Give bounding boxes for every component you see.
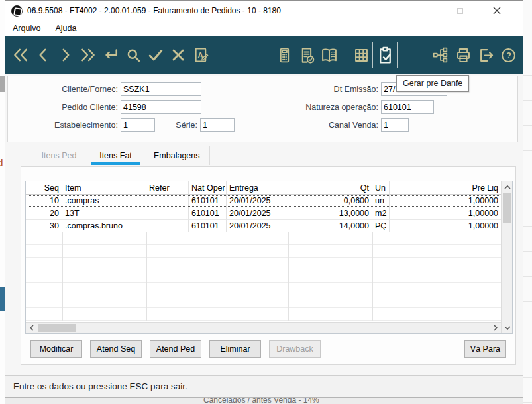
cell-item: .compras.bruno — [62, 220, 146, 232]
cliente-fornec-label: Cliente/Fornec: — [13, 85, 118, 94]
spreadsheet-icon — [352, 46, 370, 64]
cliente-fornec-field[interactable]: SSZK1 — [121, 82, 201, 96]
cell-seq: 20 — [26, 207, 62, 220]
natureza-operacao-field[interactable]: 610101 — [381, 100, 434, 114]
cell-entrega: 20/01/2025 — [227, 207, 288, 220]
tab-embalagens[interactable]: Embalagens — [144, 146, 210, 165]
toolbar-catalog-book-button[interactable] — [318, 43, 341, 67]
maximize-icon — [457, 8, 463, 14]
scroll-up-icon[interactable] — [502, 181, 513, 193]
table-row[interactable]: 20 13T 610101 20/01/2025 13,0000 m2 1,00… — [26, 207, 501, 220]
col-header-nat-oper[interactable]: Nat Oper — [189, 181, 227, 195]
tab-itens-ped[interactable]: Itens Ped — [30, 146, 87, 165]
toolbar-help-button[interactable]: ? — [497, 43, 519, 67]
natureza-operacao-label: Natureza operação: — [227, 103, 378, 112]
atend-ped-button[interactable]: Atend Ped — [150, 340, 201, 358]
help-icon: ? — [500, 46, 517, 64]
col-header-un[interactable]: Un — [372, 181, 390, 195]
cell-qt: 0,0600 — [288, 195, 372, 207]
horizontal-scrollbar[interactable] — [26, 322, 501, 333]
col-header-seq[interactable]: Seq — [26, 181, 62, 195]
atend-seq-button[interactable]: Atend Seq — [90, 340, 142, 358]
col-header-pre-liq[interactable]: Pre Liq — [390, 181, 501, 195]
col-header-entrega[interactable]: Entrega — [227, 181, 288, 195]
printer-icon — [454, 46, 472, 64]
cell-pre-liq: 1,00000 — [390, 195, 501, 207]
scroll-right-icon[interactable] — [490, 323, 501, 334]
toolbar-spreadsheet-button[interactable] — [350, 43, 372, 67]
cell-refer — [146, 195, 189, 207]
action-button-row: Modificar Atend Seq Atend Ped Eliminar D… — [30, 340, 506, 358]
previous-icon — [34, 46, 52, 64]
toolbar-calculator-button[interactable] — [273, 43, 295, 67]
background-clipped-text: Cancelados / antes Venda - 14% — [203, 397, 319, 404]
confirm-icon — [146, 46, 165, 64]
tab-itens-fat[interactable]: Itens Fat — [87, 146, 144, 165]
table-row[interactable]: 10 .compras 610101 20/01/2025 0,0600 un … — [26, 195, 501, 207]
drawback-button: Drawback — [269, 340, 321, 358]
toolbar: A — [5, 36, 523, 74]
toolbar-previous-button[interactable] — [32, 43, 54, 67]
col-header-qt[interactable]: Qt — [288, 181, 372, 195]
cell-nat-oper: 610101 — [189, 220, 227, 232]
cell-qt: 14,0000 — [288, 220, 372, 232]
menu-arquivo[interactable]: Arquivo — [5, 21, 48, 36]
minimize-button[interactable] — [409, 1, 428, 21]
first-icon — [11, 46, 30, 64]
tabbar: Itens Ped Itens Fat Embalagens — [5, 142, 523, 165]
toolbar-print-button[interactable] — [452, 43, 474, 67]
cell-refer — [146, 207, 189, 220]
serie-label: Série: — [155, 121, 197, 130]
svg-text:A: A — [197, 50, 203, 58]
cell-un: un — [372, 195, 390, 207]
cell-nat-oper: 610101 — [189, 207, 227, 220]
table-row[interactable]: 30 .compras.bruno 610101 20/01/2025 14,0… — [26, 220, 501, 232]
next-icon — [57, 46, 74, 64]
cell-seq: 30 — [26, 220, 62, 232]
toolbar-exit-button[interactable] — [474, 43, 497, 67]
cell-item: 13T — [62, 207, 146, 220]
vertical-scrollbar[interactable] — [501, 181, 512, 333]
background-window-left-sliver: d — [0, 0, 5, 404]
toolbar-enter-button[interactable] — [99, 43, 122, 67]
cell-entrega: 20/01/2025 — [227, 195, 288, 207]
toolbar-pre-danfe-button[interactable] — [372, 42, 398, 68]
maximize-button[interactable] — [451, 1, 469, 21]
close-button[interactable] — [488, 1, 506, 21]
items-grid: Seq Item Refer Nat Oper Entrega Qt Un Pr… — [25, 181, 513, 334]
toolbar-cancel-button[interactable] — [167, 43, 189, 67]
app-logo-icon — [11, 5, 23, 17]
close-icon — [493, 7, 501, 15]
background-clipped-char: d — [0, 158, 3, 168]
canal-venda-field[interactable]: 1 — [381, 118, 409, 132]
cell-qt: 13,0000 — [288, 207, 372, 220]
modificar-button[interactable]: Modificar — [30, 340, 82, 358]
pre-danfe-tooltip: Gerar pre Danfe — [396, 75, 469, 92]
toolbar-structure-tree-button[interactable] — [429, 43, 452, 67]
scroll-down-icon[interactable] — [502, 322, 513, 333]
toolbar-next-button[interactable] — [54, 43, 77, 67]
toolbar-confirm-button[interactable] — [144, 43, 167, 67]
scroll-left-icon[interactable] — [26, 323, 37, 334]
cell-entrega: 20/01/2025 — [227, 220, 288, 232]
eliminar-button[interactable]: Eliminar — [209, 340, 261, 358]
toolbar-invoice-check-button[interactable] — [295, 43, 318, 67]
toolbar-edit-document-button[interactable]: A — [189, 43, 212, 67]
estabelecimento-field[interactable]: 1 — [121, 118, 155, 132]
toolbar-first-button[interactable] — [9, 43, 32, 67]
cell-nat-oper: 610101 — [189, 195, 227, 207]
va-para-button[interactable]: Vá Para — [464, 340, 506, 358]
menu-ajuda[interactable]: Ajuda — [48, 21, 83, 36]
toolbar-last-button[interactable] — [77, 43, 99, 67]
vertical-scroll-thumb[interactable] — [503, 193, 511, 223]
col-header-item[interactable]: Item — [62, 181, 146, 195]
cell-seq: 10 — [26, 195, 62, 207]
background-gray-segment — [0, 76, 5, 92]
pedido-cliente-field[interactable]: 41598 — [121, 100, 201, 114]
toolbar-search-button[interactable] — [122, 43, 144, 67]
col-header-refer[interactable]: Refer — [146, 181, 189, 195]
minimize-icon — [415, 11, 423, 11]
cell-refer — [146, 220, 189, 232]
titlebar: 06.9.5508 - FT4002 - 2.00.01.059 - Fatur… — [5, 1, 523, 21]
horizontal-scroll-thumb[interactable] — [38, 324, 76, 332]
